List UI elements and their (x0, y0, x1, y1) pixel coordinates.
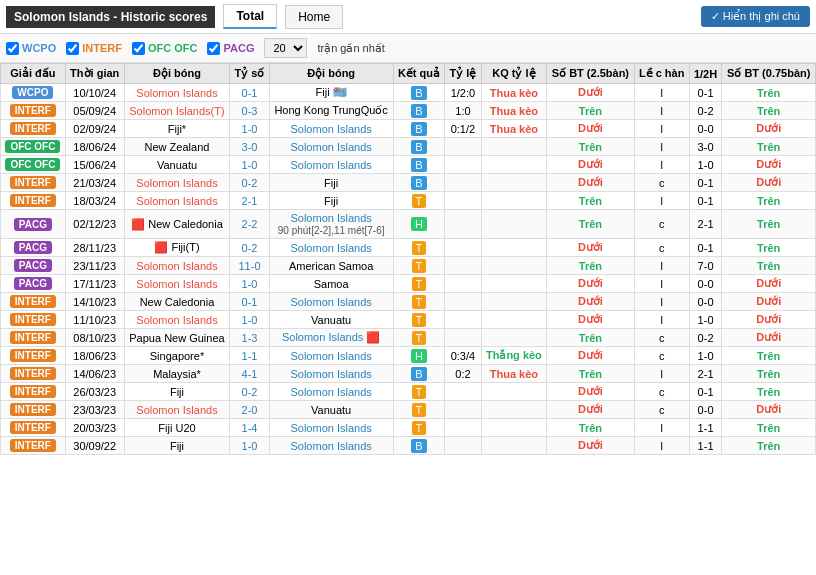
score-cell[interactable]: 1-0 (230, 311, 269, 329)
date-cell: 14/10/23 (65, 293, 124, 311)
league-cell: INTERF (1, 347, 66, 365)
team2-cell[interactable]: Solomon Islands90 phút[2-2],11 mét[7-6] (269, 210, 393, 239)
team2-cell[interactable]: Solomon Islands (269, 138, 393, 156)
score-cell[interactable]: 0-1 (230, 293, 269, 311)
half-cell: 1-1 (689, 437, 722, 455)
score-cell[interactable]: 0-2 (230, 174, 269, 192)
score-cell[interactable]: 0-3 (230, 102, 269, 120)
score-cell[interactable]: 1-3 (230, 329, 269, 347)
score-cell[interactable]: 1-0 (230, 156, 269, 174)
score-cell[interactable]: 2-0 (230, 401, 269, 419)
team1-cell[interactable]: New Caledonia (124, 293, 230, 311)
sobt-cell: Dưới (547, 311, 634, 329)
league-cell: INTERF (1, 329, 66, 347)
filter-wcpo[interactable]: WCPO (6, 42, 56, 55)
team2-cell[interactable]: Samoa (269, 275, 393, 293)
half-cell: 0-1 (689, 239, 722, 257)
date-cell: 26/03/23 (65, 383, 124, 401)
team2-cell[interactable]: Solomon Islands (269, 419, 393, 437)
table-row: INTERF 21/03/24 Solomon Islands 0-2 Fiji… (1, 174, 816, 192)
lechan-cell: l (634, 120, 689, 138)
sobt2-cell: Dưới (722, 174, 816, 192)
filter-pacg[interactable]: PACG (207, 42, 254, 55)
result-cell: T (393, 383, 445, 401)
team1-cell[interactable]: Fiji (124, 437, 230, 455)
score-cell[interactable]: 11-0 (230, 257, 269, 275)
team1-cell[interactable]: Fiji U20 (124, 419, 230, 437)
team1-cell[interactable]: Solomon Islands (124, 174, 230, 192)
score-cell[interactable]: 1-0 (230, 437, 269, 455)
league-cell: INTERF (1, 311, 66, 329)
team2-cell[interactable]: Fiji (269, 192, 393, 210)
team1-cell[interactable]: Solomon Islands (124, 84, 230, 102)
tab-home[interactable]: Home (285, 5, 343, 29)
score-cell[interactable]: 0-1 (230, 84, 269, 102)
tyle-cell (445, 383, 481, 401)
score-cell[interactable]: 3-0 (230, 138, 269, 156)
hien-thi-button[interactable]: ✓ Hiển thị ghi chú (701, 6, 810, 27)
league-cell: INTERF (1, 401, 66, 419)
lechan-cell: c (634, 401, 689, 419)
kqtyle-cell: Thua kèo (481, 102, 547, 120)
team2-cell[interactable]: Solomon Islands (269, 347, 393, 365)
team2-cell[interactable]: Solomon Islands (269, 437, 393, 455)
team1-cell[interactable]: Papua New Guinea (124, 329, 230, 347)
filter-interf[interactable]: INTERF (66, 42, 122, 55)
team1-cell[interactable]: Solomon Islands(T) (124, 102, 230, 120)
sobt-cell: Dưới (547, 437, 634, 455)
score-cell[interactable]: 2-2 (230, 210, 269, 239)
team2-cell[interactable]: Solomon Islands (269, 293, 393, 311)
team1-cell[interactable]: Solomon Islands (124, 401, 230, 419)
score-cell[interactable]: 1-1 (230, 347, 269, 365)
team2-cell[interactable]: American Samoa (269, 257, 393, 275)
filter-ofc[interactable]: OFC OFC (132, 42, 198, 55)
team1-cell[interactable]: Singapore* (124, 347, 230, 365)
score-cell[interactable]: 4-1 (230, 365, 269, 383)
sobt2-cell: Trên (722, 239, 816, 257)
team2-cell[interactable]: Vanuatu (269, 401, 393, 419)
score-cell[interactable]: 1-0 (230, 120, 269, 138)
score-cell[interactable]: 0-2 (230, 383, 269, 401)
tyle-cell (445, 192, 481, 210)
tyle-cell: 1/2:0 (445, 84, 481, 102)
team2-cell[interactable]: Solomon Islands (269, 156, 393, 174)
date-cell: 21/03/24 (65, 174, 124, 192)
team2-cell[interactable]: Solomon Islands (269, 365, 393, 383)
team1-cell[interactable]: 🟥 Fiji(T) (124, 239, 230, 257)
result-cell: B (393, 120, 445, 138)
league-cell: WCPO (1, 84, 66, 102)
table-row: PACG 17/11/23 Solomon Islands 1-0 Samoa … (1, 275, 816, 293)
sobt-cell: Trên (547, 102, 634, 120)
team2-cell[interactable]: Solomon Islands (269, 383, 393, 401)
team2-cell[interactable]: Hong Kong TrungQuốc (269, 102, 393, 120)
tab-total[interactable]: Total (223, 4, 277, 29)
lechan-cell: l (634, 257, 689, 275)
half-cell: 0-0 (689, 120, 722, 138)
team2-cell[interactable]: Vanuatu (269, 311, 393, 329)
team1-cell[interactable]: Solomon Islands (124, 192, 230, 210)
team2-cell[interactable]: Fiji 🇫🇯 (269, 84, 393, 102)
team2-cell[interactable]: Solomon Islands (269, 239, 393, 257)
col-league: Giải đấu (1, 64, 66, 84)
team2-cell[interactable]: Solomon Islands (269, 120, 393, 138)
team2-cell[interactable]: Fiji (269, 174, 393, 192)
team1-cell[interactable]: Fiji* (124, 120, 230, 138)
lechan-cell: l (634, 84, 689, 102)
team1-cell[interactable]: Malaysia* (124, 365, 230, 383)
result-cell: H (393, 347, 445, 365)
count-select[interactable]: 10 20 30 50 (264, 38, 307, 58)
team1-cell[interactable]: 🟥 New Caledonia (124, 210, 230, 239)
team1-cell[interactable]: Solomon Islands (124, 275, 230, 293)
team1-cell[interactable]: New Zealand (124, 138, 230, 156)
team1-cell[interactable]: Solomon Islands (124, 257, 230, 275)
score-cell[interactable]: 1-0 (230, 275, 269, 293)
team1-cell[interactable]: Solomon Islands (124, 311, 230, 329)
kqtyle-cell (481, 311, 547, 329)
team1-cell[interactable]: Vanuatu (124, 156, 230, 174)
score-cell[interactable]: 2-1 (230, 192, 269, 210)
score-cell[interactable]: 1-4 (230, 419, 269, 437)
half-cell: 0-0 (689, 275, 722, 293)
team2-cell[interactable]: Solomon Islands 🟥 (269, 329, 393, 347)
score-cell[interactable]: 0-2 (230, 239, 269, 257)
team1-cell[interactable]: Fiji (124, 383, 230, 401)
